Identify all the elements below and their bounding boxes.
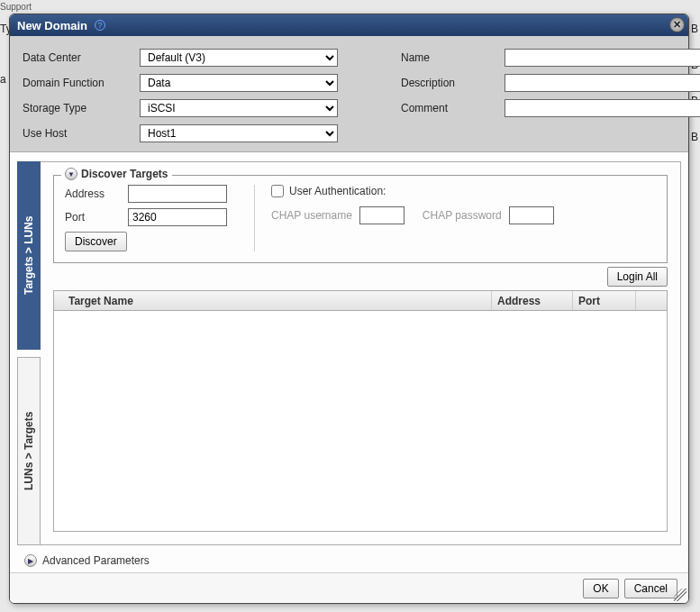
resize-grip-icon[interactable]: [674, 589, 686, 601]
discover-legend-text: Discover Targets: [81, 168, 168, 180]
bg-r1: B: [691, 16, 698, 41]
cancel-button[interactable]: Cancel: [624, 579, 677, 598]
form-panel: Data Center Default (V3) Name Domain Fun…: [10, 36, 688, 152]
address-label: Address: [65, 187, 128, 200]
tab-targets-luns[interactable]: Targets > LUNs: [17, 161, 41, 350]
domain-function-label: Domain Function: [23, 77, 140, 89]
storage-type-label: Storage Type: [23, 102, 140, 114]
chevron-right-icon[interactable]: ▶: [24, 554, 37, 567]
targets-table: Target Name Address Port: [53, 290, 668, 532]
col-action: [636, 291, 667, 310]
data-center-select[interactable]: Default (V3): [140, 49, 338, 67]
dialog-titlebar[interactable]: New Domain ? ✕: [10, 14, 688, 36]
col-port[interactable]: Port: [573, 291, 636, 310]
close-icon[interactable]: ✕: [669, 17, 685, 32]
discover-legend: ▼ Discover Targets: [61, 168, 172, 180]
bg-r4: B: [691, 124, 698, 150]
ok-button[interactable]: OK: [583, 579, 618, 598]
storage-area: Targets > LUNs LUNs > Targets ▼ Discover…: [17, 161, 681, 545]
use-host-select[interactable]: Host1: [140, 124, 338, 142]
description-label: Description: [401, 77, 505, 89]
data-center-label: Data Center: [23, 51, 140, 64]
storage-content: ▼ Discover Targets Address Port Discover: [41, 161, 681, 545]
dialog-footer: OK Cancel: [10, 572, 688, 603]
discover-targets-fieldset: ▼ Discover Targets Address Port Discover: [53, 175, 668, 263]
vertical-tabs: Targets > LUNs LUNs > Targets: [17, 161, 41, 545]
login-all-button[interactable]: Login All: [607, 267, 668, 287]
dialog-title: New Domain: [17, 19, 87, 32]
bg-support-text: Support: [0, 2, 32, 12]
auth-col: User Authentication: CHAP username CHAP …: [254, 185, 656, 251]
login-all-row: Login All: [53, 263, 668, 290]
tab-luns-targets[interactable]: LUNs > Targets: [17, 357, 41, 545]
chap-pass-input: [509, 206, 554, 224]
name-label: Name: [401, 51, 505, 64]
targets-table-header: Target Name Address Port: [54, 291, 667, 311]
use-host-label: Use Host: [23, 127, 140, 140]
targets-table-body: [54, 311, 667, 531]
discover-left-col: Address Port Discover: [65, 185, 236, 251]
col-target-name[interactable]: Target Name: [54, 291, 492, 310]
comment-label: Comment: [401, 102, 505, 114]
address-input[interactable]: [128, 185, 227, 203]
name-input[interactable]: [505, 49, 700, 67]
domain-function-select[interactable]: Data: [140, 74, 338, 92]
chap-user-label: CHAP username: [271, 209, 352, 222]
port-input[interactable]: [128, 208, 227, 226]
description-input[interactable]: [505, 74, 700, 92]
new-domain-dialog: New Domain ? ✕ Data Center Default (V3) …: [9, 14, 689, 604]
port-label: Port: [65, 211, 128, 224]
advanced-parameters-label: Advanced Parameters: [42, 554, 150, 567]
user-auth-checkbox[interactable]: [271, 185, 284, 197]
advanced-parameters-row[interactable]: ▶ Advanced Parameters: [17, 545, 681, 572]
storage-type-select[interactable]: iSCSI: [140, 99, 338, 117]
storage-body: Targets > LUNs LUNs > Targets ▼ Discover…: [10, 152, 688, 572]
col-address[interactable]: Address: [492, 291, 573, 310]
user-auth-label: User Authentication:: [289, 185, 386, 197]
chevron-down-icon[interactable]: ▼: [65, 168, 77, 180]
help-icon[interactable]: ?: [95, 20, 105, 31]
chap-user-input: [359, 206, 405, 224]
chap-pass-label: CHAP password: [423, 209, 502, 222]
discover-button[interactable]: Discover: [65, 232, 127, 251]
comment-input[interactable]: [505, 99, 700, 117]
